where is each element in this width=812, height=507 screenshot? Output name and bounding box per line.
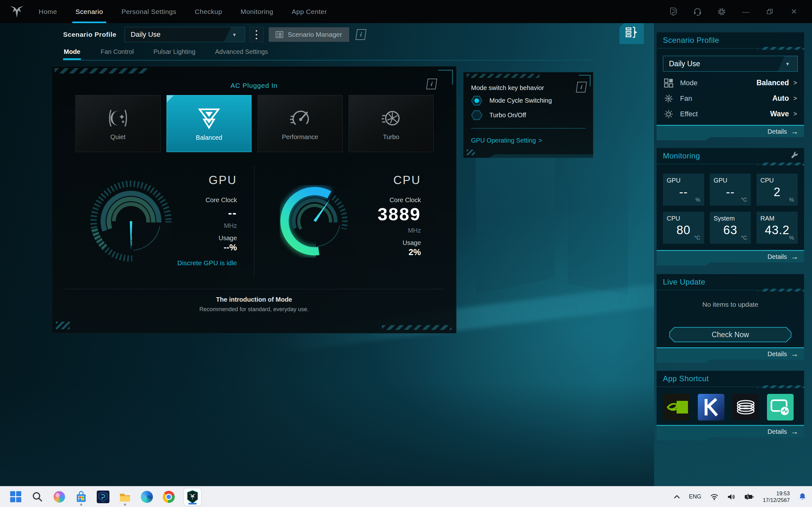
gear-icon[interactable] (717, 7, 726, 16)
mode-card-quiet[interactable]: Quiet (75, 95, 160, 152)
tab-fan-control[interactable]: Fan Control (101, 48, 134, 60)
headset-support-icon[interactable] (693, 7, 702, 16)
start-button[interactable] (9, 487, 22, 507)
restore-button[interactable] (765, 7, 774, 16)
row-fan[interactable]: Fan Auto > (657, 91, 804, 106)
gpu-operating-setting-label: GPU Operating Setting (471, 137, 536, 144)
scenario-profile-bar: Scenario Profile Daily Use ▼ Scenario Ma… (63, 27, 366, 42)
coil-app-icon[interactable] (732, 394, 759, 420)
notification-bell-icon[interactable] (799, 493, 806, 501)
minimize-button[interactable]: — (741, 7, 751, 16)
mode-intro-text: Recommended for standard, everyday use. (52, 306, 456, 313)
row-mode[interactable]: Mode Balanced > (657, 75, 804, 91)
copilot-icon (54, 491, 65, 503)
predator-sense-button[interactable] (184, 488, 201, 505)
tile-label: CPU (667, 215, 700, 222)
predator-sense-window: Home Scenario Personal Settings Checkup … (0, 0, 812, 507)
tile-unit: °C (741, 235, 747, 241)
search-button[interactable] (31, 487, 44, 507)
tile-unit: °C (694, 235, 700, 241)
hexagon-radio-selected-icon[interactable] (471, 96, 483, 106)
mode-card-label: Performance (282, 133, 318, 141)
speedometer-icon (289, 107, 311, 130)
info-icon[interactable]: i (355, 29, 366, 40)
close-button[interactable]: ✕ (789, 7, 799, 16)
slash-decoration (56, 322, 70, 329)
info-icon[interactable]: i (426, 78, 438, 89)
nav-monitoring[interactable]: Monitoring (241, 0, 273, 23)
more-options-button[interactable] (250, 27, 264, 42)
gpu-core-clock-label: Core Clock (206, 196, 237, 204)
app-shortcut-list (657, 387, 804, 420)
chevron-down-icon[interactable]: ▼ (224, 27, 245, 42)
chevron-down-icon[interactable]: ▼ (778, 56, 798, 71)
details-label: Details (768, 428, 787, 435)
nav-personal-settings[interactable]: Personal Settings (121, 0, 176, 23)
profile-dropdown[interactable]: Daily Use ▼ (125, 27, 245, 42)
gpu-stats: GPU Core Clock -- MHz Usage --% (206, 174, 237, 252)
screen-mirror-app-icon[interactable] (767, 394, 794, 420)
mode-card-label: Quiet (110, 133, 125, 141)
hazard-stripes-decoration (467, 74, 540, 78)
scenario-manager-button[interactable]: Scenario Manager (269, 27, 349, 42)
bottom-bar-decoration (489, 154, 593, 158)
store-icon (75, 491, 88, 503)
tile-unit: °C (741, 197, 747, 203)
details-bar[interactable]: Details → (657, 347, 804, 360)
tile-label: GPU (714, 177, 747, 184)
cpu-gauge (270, 177, 359, 266)
scenario-profile-label: Scenario Profile (63, 31, 116, 38)
tile-label: System (714, 215, 747, 222)
tray-chevron-up-icon[interactable] (674, 495, 680, 499)
nvidia-app-icon[interactable] (663, 394, 690, 420)
tile-cpu-usage: CPU 2 % (757, 174, 798, 206)
check-now-label: Check Now (670, 328, 791, 342)
info-icon[interactable]: i (576, 82, 587, 93)
grid-icon (664, 78, 673, 88)
clock[interactable]: 19:53 17/12/2567 (763, 490, 790, 504)
nav-app-center[interactable]: App Center (292, 0, 327, 23)
file-explorer-button[interactable] (118, 487, 132, 507)
planet9-icon[interactable] (669, 7, 678, 16)
power-status: AC Plugged In (52, 82, 456, 89)
tab-mode[interactable]: Mode (63, 48, 81, 60)
cpu-usage-label: Usage (403, 239, 421, 246)
details-bar[interactable]: Details → (657, 425, 804, 437)
monitoring-card: Monitoring GPU -- % GPU -- °C CPU (657, 148, 804, 262)
edge-button[interactable] (140, 487, 154, 507)
nav-home[interactable]: Home (39, 0, 57, 23)
microsoft-store-button[interactable] (74, 487, 88, 507)
card-title: Live Update (663, 278, 705, 286)
copilot-button[interactable] (53, 487, 66, 507)
radio-turbo-on-off[interactable]: Turbo On/Off (471, 110, 526, 120)
k-letter-app-icon[interactable] (698, 394, 724, 420)
sidebar-profile-dropdown[interactable]: Daily Use ▼ (663, 56, 798, 72)
radio-mode-cycle-switching[interactable]: Mode Cycle Switching (471, 96, 552, 106)
mode-switch-title: Mode switch key behavior (471, 84, 544, 92)
gpu-gauge (87, 177, 175, 266)
nav-scenario[interactable]: Scenario (75, 0, 103, 23)
tray-time: 19:53 (763, 490, 790, 497)
mode-card-balanced[interactable]: Balanced (166, 95, 252, 152)
tile-unit: % (696, 197, 700, 203)
hexagon-radio-icon[interactable] (471, 110, 483, 120)
mode-card-performance[interactable]: Performance (258, 95, 343, 152)
collapse-sidebar-button[interactable] (619, 20, 644, 44)
chrome-button[interactable] (162, 487, 175, 507)
row-effect[interactable]: Effect Wave > (657, 106, 804, 122)
mode-card-turbo[interactable]: Turbo (349, 95, 434, 152)
language-indicator[interactable]: ENG (689, 493, 701, 500)
details-bar[interactable]: Details → (657, 125, 804, 137)
details-bar[interactable]: Details → (657, 250, 804, 262)
battery-charging-icon[interactable] (745, 494, 754, 500)
nav-checkup[interactable]: Checkup (195, 0, 222, 23)
card-header: Monitoring (657, 148, 804, 164)
check-now-button[interactable]: Check Now (669, 327, 792, 342)
tab-pulsar-lighting[interactable]: Pulsar Lighting (154, 48, 195, 60)
volume-icon[interactable] (727, 493, 735, 500)
gpu-operating-setting-link[interactable]: GPU Operating Setting > (471, 137, 542, 144)
wifi-icon[interactable] (710, 493, 718, 500)
planet9-app-button[interactable] (96, 487, 110, 507)
wrench-icon[interactable] (791, 152, 799, 161)
tab-advanced-settings[interactable]: Advanced Settings (215, 48, 268, 60)
